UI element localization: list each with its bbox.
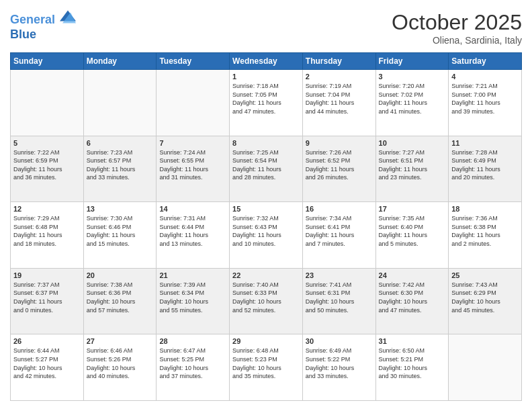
- header-day-wednesday: Wednesday: [230, 53, 303, 70]
- day-number: 4: [451, 73, 519, 81]
- header: General Blue October 2025 Oliena, Sardin…: [10, 10, 522, 46]
- logo: General Blue: [10, 10, 76, 42]
- day-cell: 4Sunrise: 7:21 AM Sunset: 7:00 PM Daylig…: [449, 70, 522, 136]
- header-row: SundayMondayTuesdayWednesdayThursdayFrid…: [11, 53, 522, 70]
- day-cell: 21Sunrise: 7:39 AM Sunset: 6:34 PM Dayli…: [157, 268, 230, 334]
- day-info: Sunrise: 7:28 AM Sunset: 6:49 PM Dayligh…: [451, 148, 519, 182]
- day-number: 7: [159, 139, 226, 147]
- day-cell: 19Sunrise: 7:37 AM Sunset: 6:37 PM Dayli…: [11, 268, 84, 334]
- day-cell: 20Sunrise: 7:38 AM Sunset: 6:36 PM Dayli…: [83, 268, 157, 334]
- day-info: Sunrise: 7:25 AM Sunset: 6:54 PM Dayligh…: [232, 148, 300, 182]
- day-number: 26: [13, 337, 81, 345]
- day-info: Sunrise: 7:24 AM Sunset: 6:55 PM Dayligh…: [159, 148, 226, 182]
- day-info: Sunrise: 7:41 AM Sunset: 6:31 PM Dayligh…: [306, 281, 373, 314]
- day-cell: 6Sunrise: 7:23 AM Sunset: 6:57 PM Daylig…: [83, 136, 157, 202]
- day-cell: 30Sunrise: 6:49 AM Sunset: 5:22 PM Dayli…: [302, 334, 375, 401]
- day-info: Sunrise: 7:27 AM Sunset: 6:51 PM Dayligh…: [379, 148, 446, 182]
- day-number: 10: [379, 139, 446, 147]
- day-cell: 3Sunrise: 7:20 AM Sunset: 7:02 PM Daylig…: [375, 70, 449, 136]
- day-cell: 17Sunrise: 7:35 AM Sunset: 6:40 PM Dayli…: [375, 202, 449, 269]
- day-info: Sunrise: 6:47 AM Sunset: 5:25 PM Dayligh…: [159, 347, 226, 380]
- day-number: 14: [159, 205, 226, 213]
- day-cell: [11, 70, 84, 136]
- day-cell: 2Sunrise: 7:19 AM Sunset: 7:04 PM Daylig…: [302, 70, 375, 136]
- day-info: Sunrise: 7:31 AM Sunset: 6:44 PM Dayligh…: [159, 214, 226, 248]
- day-info: Sunrise: 7:18 AM Sunset: 7:05 PM Dayligh…: [232, 82, 300, 116]
- day-info: Sunrise: 6:49 AM Sunset: 5:22 PM Dayligh…: [306, 347, 373, 380]
- day-number: 1: [232, 73, 300, 81]
- day-info: Sunrise: 6:46 AM Sunset: 5:26 PM Dayligh…: [87, 347, 154, 380]
- day-info: Sunrise: 7:29 AM Sunset: 6:48 PM Dayligh…: [13, 214, 81, 248]
- day-cell: 14Sunrise: 7:31 AM Sunset: 6:44 PM Dayli…: [157, 202, 230, 269]
- header-day-saturday: Saturday: [449, 53, 522, 70]
- day-number: 28: [159, 337, 226, 345]
- header-day-sunday: Sunday: [11, 53, 84, 70]
- week-row-2: 5Sunrise: 7:22 AM Sunset: 6:59 PM Daylig…: [11, 136, 522, 202]
- day-number: 31: [379, 337, 446, 345]
- day-number: 20: [87, 271, 154, 279]
- day-info: Sunrise: 7:43 AM Sunset: 6:29 PM Dayligh…: [451, 281, 519, 314]
- day-number: 22: [232, 271, 300, 279]
- header-day-tuesday: Tuesday: [157, 53, 230, 70]
- month-title: October 2025: [392, 10, 522, 35]
- header-day-friday: Friday: [375, 53, 449, 70]
- day-number: 13: [87, 205, 154, 213]
- week-row-5: 26Sunrise: 6:44 AM Sunset: 5:27 PM Dayli…: [11, 334, 522, 401]
- week-row-1: 1Sunrise: 7:18 AM Sunset: 7:05 PM Daylig…: [11, 70, 522, 136]
- day-info: Sunrise: 7:37 AM Sunset: 6:37 PM Dayligh…: [13, 281, 81, 314]
- day-cell: 8Sunrise: 7:25 AM Sunset: 6:54 PM Daylig…: [230, 136, 303, 202]
- day-info: Sunrise: 7:42 AM Sunset: 6:30 PM Dayligh…: [379, 281, 446, 314]
- day-number: 5: [13, 139, 81, 147]
- day-info: Sunrise: 7:34 AM Sunset: 6:41 PM Dayligh…: [306, 214, 373, 248]
- day-info: Sunrise: 7:22 AM Sunset: 6:59 PM Dayligh…: [13, 148, 81, 182]
- day-cell: 11Sunrise: 7:28 AM Sunset: 6:49 PM Dayli…: [449, 136, 522, 202]
- logo-text: General: [10, 10, 76, 28]
- day-info: Sunrise: 7:40 AM Sunset: 6:33 PM Dayligh…: [232, 281, 300, 314]
- day-number: 8: [232, 139, 300, 147]
- logo-blue: Blue: [10, 28, 76, 42]
- day-number: 19: [13, 271, 81, 279]
- day-cell: 13Sunrise: 7:30 AM Sunset: 6:46 PM Dayli…: [83, 202, 157, 269]
- day-cell: 1Sunrise: 7:18 AM Sunset: 7:05 PM Daylig…: [230, 70, 303, 136]
- day-number: 27: [87, 337, 154, 345]
- day-cell: 16Sunrise: 7:34 AM Sunset: 6:41 PM Dayli…: [302, 202, 375, 269]
- day-info: Sunrise: 7:35 AM Sunset: 6:40 PM Dayligh…: [379, 214, 446, 248]
- day-number: 12: [13, 205, 81, 213]
- day-cell: [157, 70, 230, 136]
- day-cell: 27Sunrise: 6:46 AM Sunset: 5:26 PM Dayli…: [83, 334, 157, 401]
- day-cell: 23Sunrise: 7:41 AM Sunset: 6:31 PM Dayli…: [302, 268, 375, 334]
- day-cell: 24Sunrise: 7:42 AM Sunset: 6:30 PM Dayli…: [375, 268, 449, 334]
- day-cell: 25Sunrise: 7:43 AM Sunset: 6:29 PM Dayli…: [449, 268, 522, 334]
- page-container: General Blue October 2025 Oliena, Sardin…: [0, 0, 532, 411]
- day-cell: 9Sunrise: 7:26 AM Sunset: 6:52 PM Daylig…: [302, 136, 375, 202]
- day-cell: 18Sunrise: 7:36 AM Sunset: 6:38 PM Dayli…: [449, 202, 522, 269]
- day-number: 6: [87, 139, 154, 147]
- day-number: 24: [379, 271, 446, 279]
- day-info: Sunrise: 7:39 AM Sunset: 6:34 PM Dayligh…: [159, 281, 226, 314]
- day-info: Sunrise: 7:20 AM Sunset: 7:02 PM Dayligh…: [379, 82, 446, 116]
- day-number: 29: [232, 337, 300, 345]
- day-cell: 15Sunrise: 7:32 AM Sunset: 6:43 PM Dayli…: [230, 202, 303, 269]
- day-number: 30: [306, 337, 373, 345]
- day-info: Sunrise: 7:23 AM Sunset: 6:57 PM Dayligh…: [87, 148, 154, 182]
- day-info: Sunrise: 7:30 AM Sunset: 6:46 PM Dayligh…: [87, 214, 154, 248]
- day-number: 2: [306, 73, 373, 81]
- day-info: Sunrise: 6:50 AM Sunset: 5:21 PM Dayligh…: [379, 347, 446, 380]
- day-cell: 5Sunrise: 7:22 AM Sunset: 6:59 PM Daylig…: [11, 136, 84, 202]
- day-info: Sunrise: 6:48 AM Sunset: 5:23 PM Dayligh…: [232, 347, 300, 380]
- day-number: 25: [451, 271, 519, 279]
- day-number: 17: [379, 205, 446, 213]
- day-info: Sunrise: 7:38 AM Sunset: 6:36 PM Dayligh…: [87, 281, 154, 314]
- day-number: 18: [451, 205, 519, 213]
- day-cell: 7Sunrise: 7:24 AM Sunset: 6:55 PM Daylig…: [157, 136, 230, 202]
- title-block: October 2025 Oliena, Sardinia, Italy: [392, 10, 522, 46]
- week-row-4: 19Sunrise: 7:37 AM Sunset: 6:37 PM Dayli…: [11, 268, 522, 334]
- day-number: 16: [306, 205, 373, 213]
- day-info: Sunrise: 7:26 AM Sunset: 6:52 PM Dayligh…: [306, 148, 373, 182]
- week-row-3: 12Sunrise: 7:29 AM Sunset: 6:48 PM Dayli…: [11, 202, 522, 269]
- day-info: Sunrise: 7:21 AM Sunset: 7:00 PM Dayligh…: [451, 82, 519, 116]
- day-number: 3: [379, 73, 446, 81]
- day-cell: 31Sunrise: 6:50 AM Sunset: 5:21 PM Dayli…: [375, 334, 449, 401]
- day-number: 23: [306, 271, 373, 279]
- day-info: Sunrise: 7:36 AM Sunset: 6:38 PM Dayligh…: [451, 214, 519, 248]
